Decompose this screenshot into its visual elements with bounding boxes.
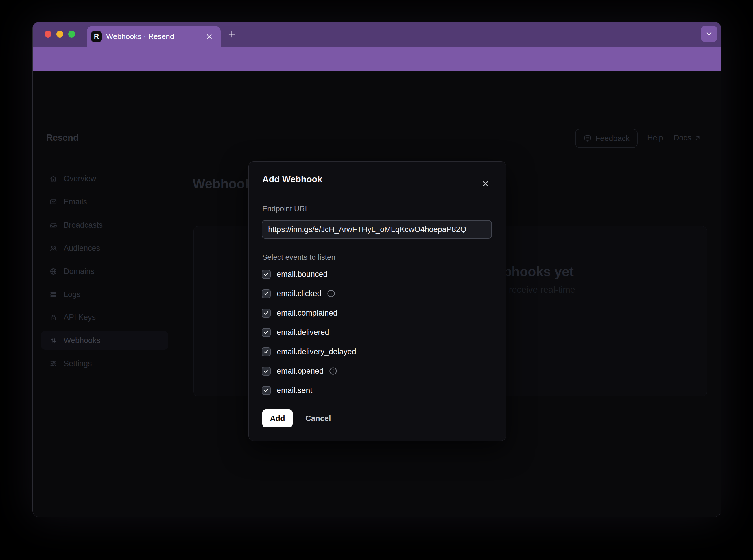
event-row: email.bounced (262, 269, 356, 279)
empty-state-title-fragment: bhooks yet (503, 264, 574, 279)
checkbox-checked[interactable] (262, 347, 271, 356)
new-tab-button[interactable] (227, 29, 237, 39)
checkbox-checked[interactable] (262, 289, 271, 298)
browser-toolbar: resend.com/webhooks (33, 47, 721, 71)
info-icon[interactable] (329, 367, 337, 375)
sidebar-item-webhooks[interactable]: Webhooks (41, 331, 168, 349)
docs-link[interactable]: Docs (674, 134, 701, 142)
cancel-button[interactable]: Cancel (305, 414, 331, 423)
rows-icon (50, 291, 57, 299)
event-label: email.delivery_delayed (277, 347, 356, 356)
sidebar-item-label: Settings (64, 359, 92, 368)
chat-bubble-icon (583, 134, 592, 143)
sidebar-item-label: Logs (64, 290, 81, 299)
sliders-icon (50, 360, 57, 367)
arrows-up-down-icon (50, 337, 57, 344)
checkbox-checked[interactable] (262, 270, 271, 279)
users-icon (50, 244, 57, 252)
tab-title: Webhooks · Resend (106, 32, 174, 41)
checkbox-checked[interactable] (262, 367, 271, 376)
sidebar-item-label: Domains (64, 267, 95, 276)
tab-strip: R Webhooks · Resend (33, 22, 721, 47)
tab-search-chevron-button[interactable] (701, 26, 717, 42)
docs-label: Docs (674, 134, 691, 142)
feedback-button[interactable]: Feedback (575, 129, 638, 148)
close-icon[interactable] (480, 178, 491, 189)
add-webhook-modal: Add Webhook Endpoint URL Select events t… (248, 161, 506, 441)
endpoint-url-input[interactable] (262, 220, 492, 239)
modal-title: Add Webhook (262, 174, 323, 185)
event-label: email.clicked (277, 289, 322, 298)
browser-window: R Webhooks · Resend resend.com/webho (32, 22, 721, 517)
tab-close-icon[interactable] (206, 33, 213, 40)
home-icon (50, 175, 57, 183)
sidebar-item-broadcasts[interactable]: Broadcasts (41, 216, 168, 234)
event-list: email.bounced email.clicked email.compla… (262, 269, 356, 405)
info-icon[interactable] (327, 289, 335, 298)
sidebar-item-label: Webhooks (64, 336, 100, 345)
minimize-window-button[interactable] (56, 31, 63, 38)
sidebar-item-emails[interactable]: Emails (41, 193, 168, 211)
event-label: email.bounced (277, 270, 328, 279)
browser-tab[interactable]: R Webhooks · Resend (87, 26, 220, 47)
event-label: email.delivered (277, 328, 329, 337)
add-button[interactable]: Add (262, 409, 293, 427)
help-label: Help (647, 134, 663, 142)
tab-favicon: R (91, 31, 102, 42)
event-row: email.opened (262, 366, 356, 376)
event-label: email.opened (277, 367, 324, 376)
sidebar-item-audiences[interactable]: Audiences (41, 239, 168, 258)
checkbox-checked[interactable] (262, 328, 271, 337)
inbox-icon (50, 221, 57, 229)
sidebar-divider (177, 120, 177, 517)
sidebar-item-domains[interactable]: Domains (41, 262, 168, 281)
sidebar-item-overview[interactable]: Overview (41, 169, 168, 188)
sidebar-item-label: API Keys (64, 313, 96, 322)
sidebar-item-label: Emails (64, 197, 87, 206)
event-row: email.complained (262, 308, 356, 318)
resend-logo: Resend (46, 133, 79, 143)
modal-actions: Add Cancel (262, 409, 331, 427)
event-row: email.delivered (262, 328, 356, 337)
mail-icon (50, 198, 57, 206)
event-label: email.sent (277, 386, 312, 395)
close-window-button[interactable] (44, 31, 52, 38)
event-label: email.complained (277, 308, 337, 318)
favicon-letter: R (94, 32, 99, 40)
sidebar-item-settings[interactable]: Settings (41, 354, 168, 373)
checkbox-checked[interactable] (262, 308, 271, 318)
sidebar-item-logs[interactable]: Logs (41, 285, 168, 304)
event-row: email.sent (262, 386, 356, 395)
globe-icon (50, 267, 57, 275)
event-row: email.delivery_delayed (262, 347, 356, 356)
event-row: email.clicked (262, 289, 356, 298)
help-link[interactable]: Help (647, 134, 663, 142)
select-events-label: Select events to listen (262, 253, 335, 262)
checkbox-checked[interactable] (262, 386, 271, 395)
header-divider (177, 155, 721, 156)
feedback-label: Feedback (595, 134, 630, 143)
empty-state-description-fragment: o receive real-time (501, 285, 575, 295)
external-link-arrow-icon (694, 134, 701, 142)
sidebar-item-api-keys[interactable]: API Keys (41, 308, 168, 326)
zoom-window-button[interactable] (68, 31, 75, 38)
traffic-lights (44, 31, 75, 38)
endpoint-url-label: Endpoint URL (262, 204, 309, 213)
lock-icon (50, 314, 57, 321)
sidebar-item-label: Overview (64, 174, 96, 183)
sidebar-item-label: Audiences (64, 244, 100, 253)
sidebar-item-label: Broadcasts (64, 221, 103, 230)
